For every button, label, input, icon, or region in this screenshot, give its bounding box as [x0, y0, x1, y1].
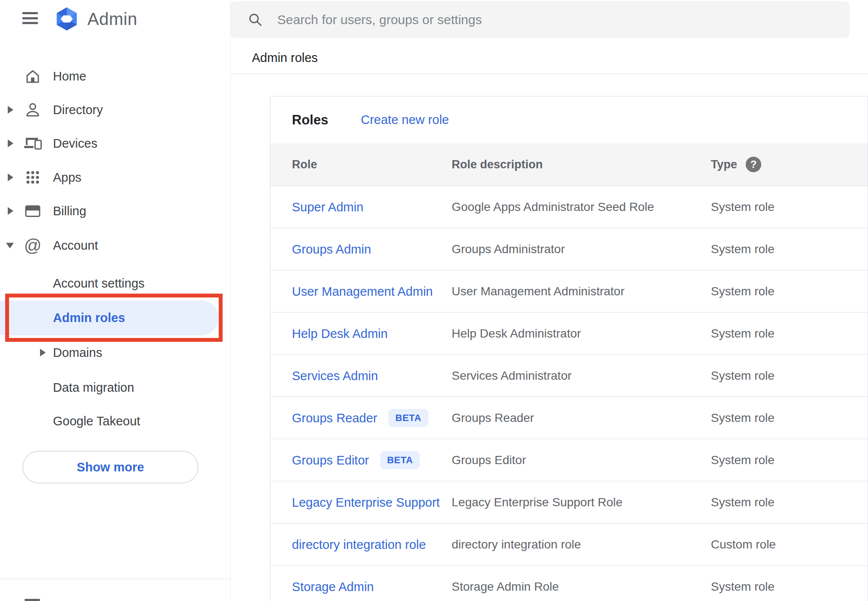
role-link[interactable]: Services Admin	[292, 369, 378, 383]
table-row: Groups Editor BETA Groups Editor System …	[270, 439, 868, 481]
sidebar-item-label: Home	[53, 69, 86, 84]
table-row: Groups Admin Groups Administrator System…	[270, 228, 868, 270]
table-row: User Management Admin User Management Ad…	[270, 270, 868, 313]
role-type: System role	[711, 355, 775, 397]
sidebar: Admin Home Directory	[0, 0, 231, 601]
role-description: User Management Administrator	[452, 270, 625, 313]
beta-badge: BETA	[388, 409, 428, 427]
sidebar-item-admin-roles[interactable]: Admin roles	[0, 300, 231, 335]
sidebar-item-label: Billing	[53, 204, 86, 218]
role-type: System role	[711, 270, 775, 313]
role-description: Legacy Enterprise Support Role	[452, 481, 623, 524]
role-link[interactable]: User Management Admin	[292, 285, 433, 299]
role-description: Google Apps Administrator Seed Role	[452, 186, 654, 228]
devices-icon	[23, 134, 42, 153]
role-link[interactable]: Help Desk Admin	[292, 327, 388, 341]
show-more-button[interactable]: Show more	[22, 451, 198, 483]
column-header-role: Role	[292, 158, 317, 171]
chevron-down-icon[interactable]	[6, 243, 14, 248]
role-description: Storage Admin Role	[452, 566, 559, 601]
sidebar-divider	[0, 579, 231, 579]
sidebar-item-label: Google Takeout	[53, 414, 140, 428]
sidebar-item-google-takeout[interactable]: Google Takeout	[0, 404, 231, 438]
create-new-role-link[interactable]: Create new role	[361, 96, 449, 143]
card-title: Roles	[292, 96, 328, 143]
role-link[interactable]: directory integration role	[292, 538, 426, 552]
apps-grid-icon	[23, 168, 42, 187]
role-description: Groups Editor	[452, 439, 526, 481]
sidebar-item-apps[interactable]: Apps	[0, 160, 231, 195]
search-bar	[231, 1, 849, 38]
beta-badge: BETA	[380, 451, 420, 469]
sidebar-item-label: Account	[53, 239, 98, 253]
chevron-right-icon[interactable]	[8, 106, 13, 114]
chevron-right-icon[interactable]	[8, 207, 13, 215]
table-row: Super Admin Google Apps Administrator Se…	[270, 186, 868, 228]
sidebar-item-account-settings[interactable]: Account settings	[0, 266, 231, 300]
role-type: System role	[711, 397, 775, 439]
role-type: System role	[711, 566, 775, 601]
table-row: Help Desk Admin Help Desk Administrator …	[270, 313, 868, 355]
role-type: Custom role	[711, 524, 776, 566]
role-description: Services Administrator	[452, 355, 572, 397]
admin-logo-icon	[55, 7, 79, 31]
role-link[interactable]: Groups Reader	[292, 411, 377, 425]
content-divider	[231, 74, 868, 74]
menu-icon[interactable]	[22, 12, 38, 24]
role-description: Groups Administrator	[452, 228, 565, 270]
table-header: Role Role description Type ?	[270, 143, 868, 186]
chevron-right-icon[interactable]	[8, 139, 13, 147]
role-type: System role	[711, 228, 775, 270]
role-description: Groups Reader	[452, 397, 534, 439]
role-link[interactable]: Storage Admin	[292, 580, 374, 594]
role-type: System role	[711, 481, 775, 524]
admin-console: Admin Home Directory	[0, 0, 868, 601]
role-link[interactable]: Legacy Enterprise Support	[292, 496, 440, 510]
role-description: directory integration role	[452, 524, 581, 566]
svg-text:@: @	[24, 236, 42, 255]
column-header-type-label: Type	[711, 158, 737, 171]
help-icon[interactable]: ?	[746, 157, 761, 172]
role-link[interactable]: Groups Editor	[292, 453, 369, 468]
sidebar-item-data-migration[interactable]: Data migration	[0, 370, 231, 405]
sidebar-item-label: Devices	[53, 136, 97, 151]
role-type: System role	[711, 313, 775, 355]
home-icon	[23, 67, 42, 86]
role-type: System role	[711, 186, 775, 228]
column-header-type: Type ?	[711, 157, 761, 172]
table-row: Storage Admin Storage Admin Role System …	[270, 566, 868, 601]
role-link[interactable]: Groups Admin	[292, 242, 371, 257]
partial-cutoff-icon	[25, 599, 40, 601]
person-icon	[23, 100, 42, 119]
card-header: Roles Create new role	[270, 96, 868, 143]
column-header-description: Role description	[452, 158, 543, 171]
sidebar-item-label: Data migration	[53, 381, 134, 395]
table-row: directory integration role directory int…	[270, 524, 868, 566]
sidebar-item-label: Admin roles	[53, 311, 125, 325]
sidebar-item-label: Directory	[53, 103, 103, 117]
at-sign-icon: @	[23, 236, 42, 255]
sidebar-item-billing[interactable]: Billing	[0, 194, 231, 228]
chevron-right-icon[interactable]	[8, 173, 13, 181]
sidebar-item-label: Apps	[53, 170, 81, 185]
role-link[interactable]: Super Admin	[292, 200, 363, 214]
sidebar-item-home[interactable]: Home	[0, 59, 231, 93]
sidebar-item-label: Domains	[53, 346, 102, 360]
roles-card: Roles Create new role Role Role descript…	[270, 96, 868, 601]
table-row: Legacy Enterprise Support Legacy Enterpr…	[270, 481, 868, 524]
table-row: Groups Reader BETA Groups Reader System …	[270, 397, 868, 439]
search-input[interactable]	[277, 1, 837, 38]
chevron-right-icon[interactable]	[40, 349, 46, 356]
sidebar-item-label: Account settings	[53, 276, 145, 291]
table-row: Services Admin Services Administrator Sy…	[270, 355, 868, 397]
sidebar-item-account[interactable]: @ Account	[0, 228, 231, 263]
breadcrumb: Admin roles	[252, 51, 318, 65]
role-type: System role	[711, 439, 775, 481]
search-icon	[247, 12, 264, 28]
credit-card-icon	[23, 201, 42, 220]
sidebar-item-devices[interactable]: Devices	[0, 126, 231, 161]
product-title: Admin	[87, 9, 137, 29]
role-description: Help Desk Administrator	[452, 313, 581, 355]
sidebar-item-directory[interactable]: Directory	[0, 93, 231, 127]
sidebar-item-domains[interactable]: Domains	[0, 335, 231, 370]
